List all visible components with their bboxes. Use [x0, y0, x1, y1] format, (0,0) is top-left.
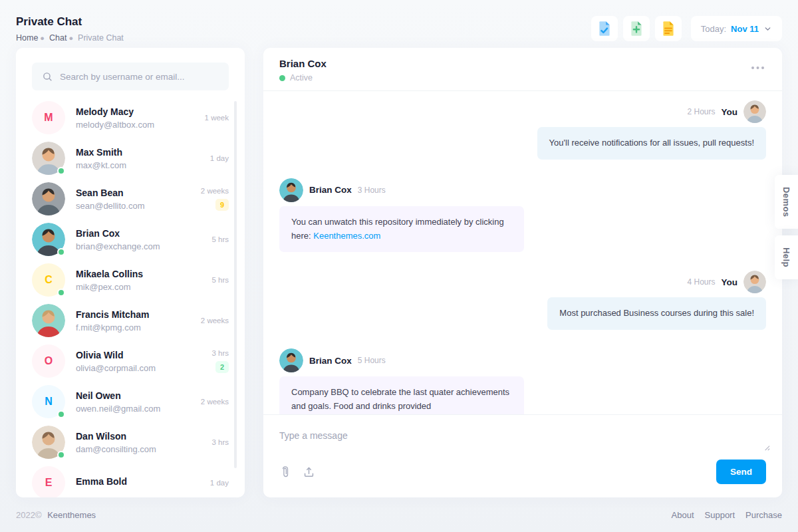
contact-row[interactable]: Sean Beansean@dellito.com2 weeks9 — [32, 182, 229, 215]
contact-name[interactable]: Dan Wilson — [76, 431, 201, 442]
contact-name[interactable]: Neil Owen — [76, 390, 190, 401]
contact-row[interactable]: Brian Coxbrian@exchange.com5 hrs — [32, 223, 229, 256]
contact-name[interactable]: Francis Mitcham — [76, 309, 190, 320]
avatar — [32, 223, 65, 256]
contact-info: Max Smithmax@kt.com — [76, 147, 200, 170]
file-plus-icon — [628, 20, 645, 37]
contact-list-scrollbar[interactable] — [234, 101, 237, 468]
side-tab-demos[interactable]: Demos — [775, 175, 798, 229]
upload-image-button[interactable] — [301, 464, 317, 479]
contact-last-seen: 5 hrs — [211, 276, 229, 284]
online-indicator — [57, 451, 65, 459]
online-indicator — [57, 167, 65, 175]
contact-info: Melody Macymelody@altbox.com — [76, 106, 194, 130]
message-author[interactable]: Brian Cox — [309, 185, 352, 195]
message-author[interactable]: Brian Cox — [309, 356, 352, 366]
contact-row[interactable]: OOlivia Wildolivia@corpmail.com3 hrs2 — [32, 344, 229, 378]
chat-peer-name[interactable]: Brian Cox — [279, 58, 327, 69]
message-time: 4 Hours — [687, 277, 715, 287]
contact-email: melody@altbox.com — [76, 120, 194, 130]
composer-actions: Send — [279, 460, 766, 484]
contact-name[interactable]: Olivia Wild — [76, 350, 201, 360]
contact-meta: 2 weeks — [201, 317, 229, 325]
footer: 2022© Keenthemes AboutSupportPurchase — [16, 497, 782, 532]
contact-last-seen: 2 weeks — [201, 398, 229, 406]
avatar-photo — [743, 100, 766, 123]
copyright-year: 2022© — [16, 510, 42, 520]
chevron-down-icon — [763, 25, 772, 33]
contact-name[interactable]: Emma Bold — [76, 476, 200, 487]
contact-name[interactable]: Mikaela Collins — [76, 269, 201, 279]
content-area: MMelody Macymelody@altbox.com1 weekMax S… — [16, 48, 782, 497]
contact-row[interactable]: Dan Wilsondam@consilting.com3 hrs — [32, 426, 229, 459]
message-bubble: You can unwatch this repository immediat… — [279, 206, 524, 253]
avatar-photo — [279, 348, 303, 372]
date-picker-button[interactable]: Today: Nov 11 — [691, 16, 782, 41]
contact-row[interactable]: NNeil Owenowen.neil@gmail.com2 weeks — [32, 385, 229, 418]
file-lines-button[interactable] — [655, 16, 682, 41]
contact-last-seen: 3 hrs — [211, 349, 229, 357]
footer-link[interactable]: About — [672, 510, 694, 520]
contact-row[interactable]: MMelody Macymelody@altbox.com1 week — [32, 101, 229, 134]
footer-link[interactable]: Support — [705, 510, 735, 520]
avatar — [743, 100, 766, 123]
contact-info: Brian Coxbrian@exchange.com — [76, 228, 201, 251]
paperclip-icon — [281, 465, 290, 479]
footer-link[interactable]: Purchase — [745, 510, 782, 520]
message: Brian Cox3 HoursYou can unwatch this rep… — [279, 178, 766, 253]
breadcrumb-separator: ● — [68, 34, 73, 42]
message-author[interactable]: You — [722, 107, 738, 117]
file-check-button[interactable] — [591, 16, 618, 41]
contact-name[interactable]: Melody Macy — [76, 106, 194, 117]
breadcrumb: Home●Chat●Private Chat — [16, 33, 124, 43]
avatar — [32, 426, 65, 459]
contact-name[interactable]: Max Smith — [76, 147, 200, 158]
contact-row[interactable]: CMikaela Collinsmik@pex.com5 hrs — [32, 263, 229, 297]
avatar-photo — [32, 304, 65, 337]
contact-name[interactable]: Sean Bean — [76, 188, 190, 198]
message-input[interactable]: Type a message — [279, 424, 766, 456]
brand-link[interactable]: Keenthemes — [47, 510, 96, 520]
attach-file-button[interactable] — [279, 464, 291, 480]
message: 4 HoursYouMost purchased Business course… — [279, 271, 766, 330]
avatar-initial: N — [45, 396, 53, 408]
search-input[interactable] — [60, 72, 219, 82]
contact-info: Francis Mitchamf.mit@kpmg.com — [76, 309, 190, 332]
contact-meta: 1 day — [210, 154, 229, 162]
avatar-photo — [279, 178, 303, 202]
side-tab-help[interactable]: Help — [775, 235, 798, 279]
message-time: 5 Hours — [358, 356, 386, 365]
contact-meta: 2 weeks — [201, 398, 229, 406]
chat-menu-button[interactable] — [749, 65, 766, 71]
contact-row[interactable]: Francis Mitchamf.mit@kpmg.com2 weeks — [32, 304, 229, 337]
contact-meta: 2 weeks9 — [201, 187, 229, 211]
search-box[interactable] — [32, 63, 229, 90]
message-author[interactable]: You — [722, 277, 738, 287]
composer-tools — [279, 464, 317, 480]
contact-name[interactable]: Brian Cox — [76, 228, 201, 239]
contact-email: max@kt.com — [76, 160, 200, 170]
avatar — [32, 304, 65, 337]
chat-peer-status: Active — [279, 73, 327, 82]
breadcrumb-item[interactable]: Home — [16, 33, 38, 43]
avatar-initial: M — [44, 112, 53, 124]
chat-header: Brian Cox Active — [263, 48, 782, 91]
contact-email: f.mit@kpmg.com — [76, 323, 190, 332]
breadcrumb-item[interactable]: Chat — [49, 33, 66, 43]
contact-last-seen: 1 week — [205, 114, 229, 122]
message-input-placeholder: Type a message — [279, 430, 348, 441]
file-plus-button[interactable] — [623, 16, 650, 41]
footer-links: AboutSupportPurchase — [672, 510, 782, 520]
contact-last-seen: 2 weeks — [201, 317, 229, 325]
avatar: E — [32, 466, 65, 497]
message-meta: Brian Cox5 Hours — [279, 348, 386, 372]
contact-row[interactable]: Max Smithmax@kt.com1 day — [32, 142, 229, 175]
contact-row[interactable]: EEmma Bold1 day — [32, 466, 229, 497]
resize-handle-icon[interactable] — [763, 442, 770, 453]
online-indicator — [57, 410, 65, 418]
send-button[interactable]: Send — [716, 460, 766, 484]
message-link[interactable]: Keenthemes.com — [313, 231, 380, 241]
breadcrumb-item[interactable]: Private Chat — [78, 33, 124, 43]
message-time: 3 Hours — [358, 186, 386, 195]
contact-info: Sean Beansean@dellito.com — [76, 188, 190, 211]
